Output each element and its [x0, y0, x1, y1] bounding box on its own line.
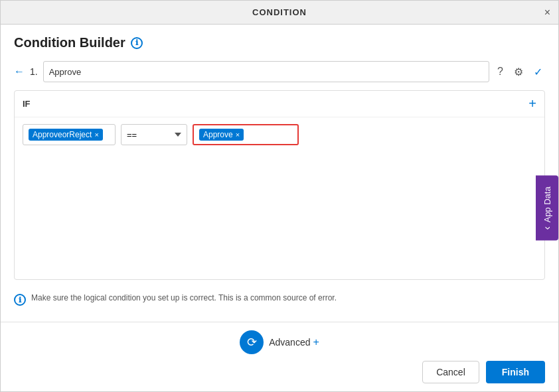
app-data-tab[interactable]: ‹ App Data: [536, 176, 558, 241]
modal-footer: ⟳ Advanced + Cancel Finish: [1, 322, 558, 391]
action-row: Cancel Finish: [14, 361, 545, 383]
condition-number: 1.: [30, 66, 38, 77]
field-tag-remove[interactable]: ×: [94, 131, 98, 139]
section-header: Condition Builder ℹ: [14, 35, 545, 50]
advanced-icon-button[interactable]: ⟳: [240, 330, 264, 354]
section-title: Condition Builder: [14, 35, 125, 50]
if-block: IF + ApproveorReject × == !=: [14, 90, 545, 280]
back-button[interactable]: ←: [14, 66, 25, 78]
value-tag-label: Approve: [203, 130, 233, 139]
condition-fields: ApproveorReject × == != < > <= >=: [15, 117, 544, 152]
help-button[interactable]: ?: [495, 64, 506, 79]
advanced-icon: ⟳: [247, 335, 257, 350]
if-header: IF +: [15, 91, 544, 117]
help-icon: ?: [497, 66, 503, 77]
app-data-chevron: ‹: [541, 226, 553, 229]
field-tag: ApproveorReject ×: [29, 129, 103, 141]
advanced-row: ⟳ Advanced +: [14, 330, 545, 354]
warning-row: ℹ Make sure the logical condition you se…: [14, 288, 545, 311]
app-data-wrapper: ‹ App Data: [536, 25, 558, 322]
condition-name-row: ← 1. ? ⚙ ✓: [14, 61, 545, 82]
app-data-label: App Data: [542, 186, 552, 222]
advanced-label: Advanced +: [269, 336, 319, 348]
if-label: IF: [23, 99, 31, 109]
advanced-plus-icon[interactable]: +: [313, 336, 319, 348]
modal-header: CONDITION ×: [1, 1, 558, 25]
main-content: Condition Builder ℹ ← 1. ? ⚙ ✓: [1, 25, 558, 322]
settings-button[interactable]: ⚙: [511, 64, 526, 80]
value-tag: Approve ×: [199, 129, 244, 141]
advanced-text: Advanced: [269, 337, 310, 348]
cancel-button[interactable]: Cancel: [422, 361, 479, 383]
value-tag-input[interactable]: Approve ×: [193, 124, 299, 145]
modal: CONDITION × Condition Builder ℹ ← 1. ? ⚙: [0, 0, 559, 392]
close-button[interactable]: ×: [544, 7, 550, 19]
settings-icon: ⚙: [514, 66, 523, 78]
info-icon[interactable]: ℹ: [131, 37, 143, 49]
condition-name-input[interactable]: [43, 61, 489, 82]
operator-select[interactable]: == != < > <= >=: [121, 124, 187, 145]
modal-body: Condition Builder ℹ ← 1. ? ⚙ ✓: [1, 25, 558, 322]
value-tag-remove[interactable]: ×: [236, 131, 240, 139]
warning-text: Make sure the logical condition you set …: [31, 293, 337, 302]
warning-info-icon: ℹ: [14, 294, 26, 306]
field-tag-label: ApproveorReject: [33, 130, 92, 139]
modal-title: CONDITION: [252, 7, 307, 17]
field-tag-input[interactable]: ApproveorReject ×: [23, 124, 116, 145]
